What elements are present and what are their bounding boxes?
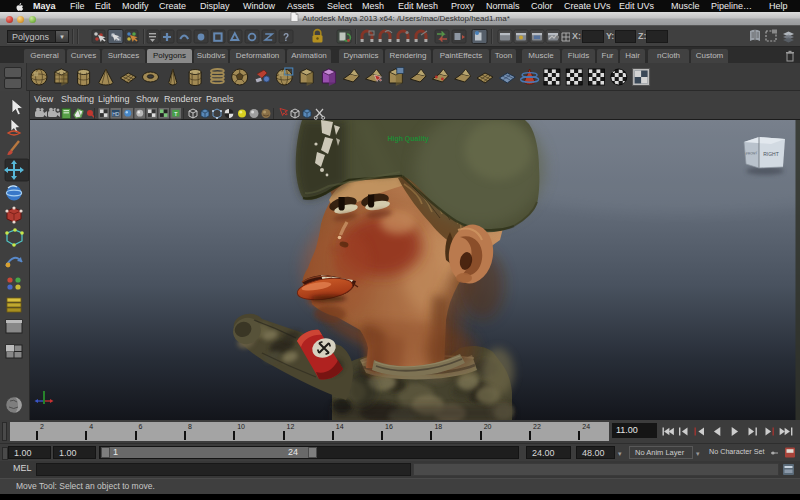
svg-text:T: T — [174, 111, 178, 117]
svg-text:HD: HD — [112, 111, 120, 117]
svg-text:High Quality: High Quality — [387, 135, 428, 143]
svg-text:FRONT: FRONT — [745, 151, 757, 156]
svg-text:?: ? — [283, 32, 289, 43]
svg-text:RIGHT: RIGHT — [763, 151, 779, 157]
